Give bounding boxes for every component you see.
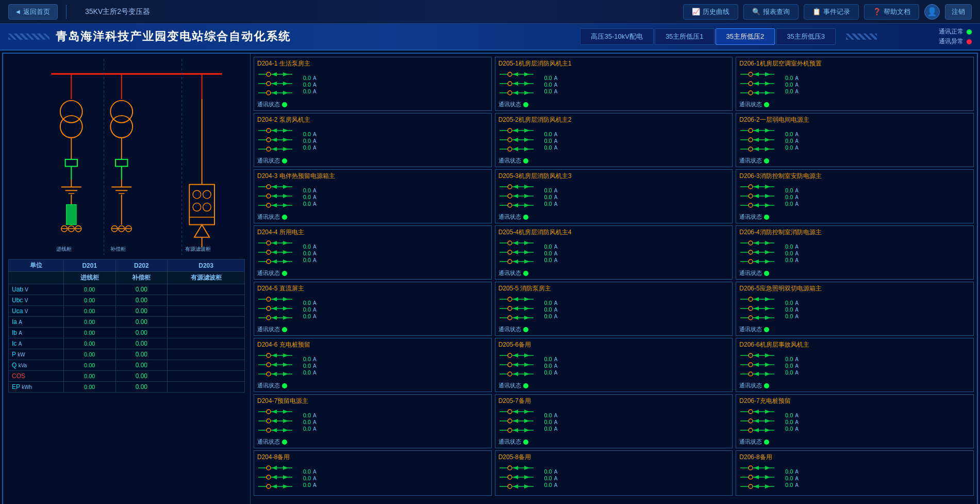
val-row-0: 0.0 A (778, 187, 799, 193)
tab-high-voltage[interactable]: 高压35-10kV配电 (580, 28, 653, 45)
card-d205-1: D205-1机房层消防风机主1 0.0 (495, 57, 733, 111)
val-row-0: 0.0 A (296, 468, 317, 475)
card-d204-5: D204-5 直流屏主 0.0 (254, 282, 492, 336)
row-d203-q (168, 360, 245, 371)
val-unit-1: A (795, 419, 799, 425)
val-row-0: 0.0 A (538, 75, 558, 81)
status-dot-icon (764, 158, 769, 164)
card-circuit-arrows (257, 238, 293, 268)
svg-point-397 (749, 466, 753, 470)
svg-point-172 (508, 72, 512, 76)
val-row-2: 0.0 A (538, 257, 558, 263)
val-num-2: 0.0 (778, 201, 793, 207)
status-dot-icon (282, 383, 287, 388)
status-dot-icon (764, 327, 769, 332)
svg-marker-299 (765, 82, 770, 86)
svg-marker-235 (513, 297, 518, 301)
card-title: D205-4机房层消防风机主4 (499, 228, 729, 237)
svg-point-347 (749, 259, 753, 264)
status-label: 通讯状态 (739, 326, 762, 333)
svg-marker-254 (524, 363, 529, 367)
history-curve-button[interactable]: 📈 历史曲线 (683, 4, 738, 20)
svg-marker-164 (283, 475, 288, 479)
val-row-2: 0.0 A (778, 313, 799, 319)
svg-marker-380 (754, 372, 759, 376)
val-num-1: 0.0 (296, 138, 311, 144)
svg-marker-240 (513, 306, 518, 311)
svg-point-257 (508, 372, 512, 376)
svg-marker-399 (765, 466, 770, 470)
logout-button[interactable]: 注销 (945, 4, 972, 20)
row-d202-ic: 0.00 (115, 338, 168, 349)
status-normal: 通讯正常 (939, 27, 972, 36)
card-d206-1: D206-1机房层空调室外机预置 0.0 (736, 57, 974, 111)
card-circuit-arrows (499, 70, 535, 100)
svg-text:有源滤波柜: 有源滤波柜 (185, 246, 211, 252)
status-label: 通讯状态 (739, 438, 762, 446)
tab-low2[interactable]: 35主所低压2 (716, 28, 775, 45)
val-num-1: 0.0 (778, 475, 793, 481)
cards-column-3: D206-1机房层空调室外机预置 0.0 (736, 57, 974, 502)
svg-point-292 (749, 72, 753, 76)
header-stripe-left (8, 34, 49, 40)
val-unit-1: A (795, 251, 799, 256)
val-row-1: 0.0 A (778, 250, 799, 256)
event-record-button[interactable]: 📋 事件记录 (804, 4, 859, 20)
svg-marker-329 (765, 194, 770, 198)
val-unit-0: A (313, 132, 317, 137)
val-unit-1: A (795, 363, 799, 369)
svg-marker-189 (524, 128, 529, 133)
val-unit-2: A (795, 201, 799, 207)
val-unit-1: A (313, 251, 317, 256)
svg-point-382 (749, 410, 753, 414)
row-d203-cos (168, 371, 245, 382)
col-header-d201: D201 (64, 259, 116, 272)
val-row-2: 0.0 A (296, 201, 317, 207)
card-d206-3: D206-3消防控制室安防电源主 0.0 (736, 169, 974, 223)
val-num-1: 0.0 (778, 138, 793, 144)
svg-marker-104 (283, 250, 288, 254)
val-unit-2: A (313, 482, 317, 488)
val-row-1: 0.0 A (296, 306, 317, 313)
col-header-d202: D202 (115, 259, 168, 272)
svg-marker-170 (272, 484, 277, 489)
svg-marker-230 (513, 259, 518, 264)
val-num-0: 0.0 (538, 356, 552, 362)
svg-marker-315 (754, 138, 759, 142)
row-d201-p: 0.00 (64, 349, 116, 360)
status-dot-icon (282, 158, 287, 164)
card-title: D204-3 电伴热预留电源箱主 (257, 172, 488, 181)
val-row-2: 0.0 A (778, 144, 799, 151)
card-d205-3: D205-3机房层消防风机主3 0.0 (495, 169, 733, 223)
svg-marker-325 (754, 185, 759, 189)
svg-marker-139 (283, 372, 288, 376)
val-unit-0: A (313, 356, 317, 362)
status-dot-icon (764, 271, 769, 276)
val-row-0: 0.0 A (296, 356, 317, 362)
val-num-1: 0.0 (538, 138, 552, 144)
val-unit-2: A (313, 370, 317, 376)
report-query-button[interactable]: 🔍 报表查询 (743, 4, 799, 20)
svg-point-62 (267, 91, 271, 95)
val-num-1: 0.0 (538, 419, 552, 425)
svg-marker-360 (754, 306, 759, 311)
val-num-1: 0.0 (538, 306, 552, 313)
help-doc-button[interactable]: ❓ 帮助文档 (864, 4, 919, 20)
val-num-0: 0.0 (778, 356, 793, 362)
status-dot-icon (282, 215, 287, 220)
val-row-1: 0.0 A (538, 194, 558, 200)
card-title: D205-3机房层消防风机主3 (499, 172, 729, 181)
card-d205-6: D205-6备用 0.0 (495, 338, 733, 392)
val-num-0: 0.0 (296, 243, 311, 250)
svg-point-122 (267, 316, 271, 320)
svg-point-387 (749, 419, 753, 423)
svg-marker-99 (283, 241, 288, 245)
back-button[interactable]: 返回首页 (8, 4, 58, 20)
svg-marker-264 (524, 410, 529, 414)
row-d202-ubc: 0.00 (115, 295, 168, 306)
svg-marker-200 (513, 147, 518, 151)
tab-low3[interactable]: 35主所低压3 (776, 28, 836, 45)
status-label: 通讯状态 (499, 438, 521, 446)
row-label-p: P kW (9, 349, 64, 360)
tab-low1[interactable]: 35主所低压1 (655, 28, 715, 45)
